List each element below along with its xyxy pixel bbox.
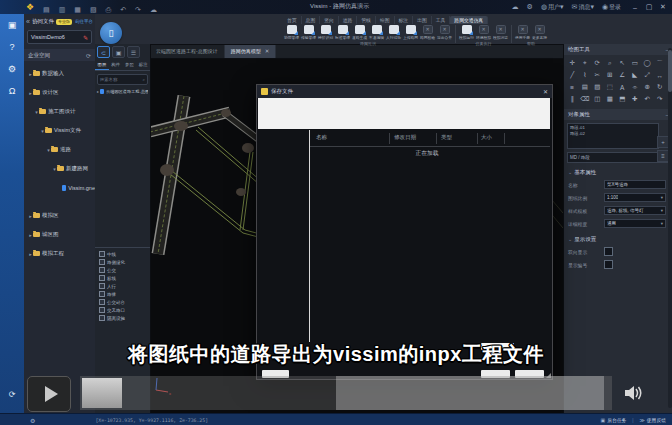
scale-tool-icon[interactable]: ⤢	[641, 69, 654, 81]
ribbon-tab-竖向[interactable]: 竖向	[320, 16, 339, 24]
ribbon-button-标准管理[interactable]: 标准管理	[334, 24, 351, 40]
ribbon-button-协同管理[interactable]: 协同管理	[283, 24, 300, 40]
ribbon-button-环境模拟[interactable]: ✕环境模拟	[475, 24, 492, 40]
save-icon[interactable]: ▦	[74, 6, 81, 13]
titlebar-mail-item[interactable]: ✉消息▾	[572, 3, 595, 12]
document-tab[interactable]: 云端园区道路工程-总图设计	[150, 44, 225, 58]
search-tool-icon[interactable]: ⌕	[604, 57, 617, 69]
help-icon[interactable]: ?	[0, 36, 24, 58]
layers-tab-图层[interactable]: 图层	[95, 60, 109, 70]
ribbon-tab-出图[interactable]: 出图	[413, 16, 432, 24]
block-button[interactable]: ▣	[112, 46, 125, 58]
block-tool-icon[interactable]: ◫	[591, 93, 604, 105]
titlebar-person-item[interactable]: ◉登录	[602, 3, 621, 12]
trim-tool-icon[interactable]: ✂	[591, 69, 604, 81]
section-title-显示设置[interactable]: ⌄显示设置	[568, 236, 672, 243]
ribbon-tab-管线[interactable]: 管线	[357, 16, 376, 24]
select-详细程度[interactable]: 通用▾	[604, 219, 666, 228]
ribbon-tab-道路[interactable]: 道路	[339, 16, 358, 24]
drawing-document-item[interactable]: ▸ 云端园区道路工程-总图设计	[97, 89, 148, 94]
new-file-icon[interactable]: ▤	[43, 6, 50, 13]
rotate-tool-icon[interactable]: ↻	[654, 81, 667, 93]
insert-tool-icon[interactable]: ⊕	[641, 81, 654, 93]
erase-tool-icon[interactable]: ⌫	[579, 93, 592, 105]
region-tool-icon[interactable]: ⬚	[604, 81, 617, 93]
print-icon[interactable]: ⎙	[106, 6, 112, 13]
file-list-column-类型[interactable]: 类型	[441, 134, 452, 141]
ribbon-tab-总图[interactable]: 总图	[302, 16, 321, 24]
maximize-button[interactable]: ▢	[642, 3, 656, 11]
titlebar-gear-item[interactable]: ⚙	[527, 3, 534, 11]
arc-tool-icon[interactable]: ⌒	[654, 57, 667, 69]
layers-tab-标注[interactable]: 标注	[136, 60, 150, 70]
tree-item[interactable]: ▸模拟工程	[24, 244, 95, 263]
redo-tool-icon[interactable]: ↷	[654, 93, 667, 105]
ribbon-tab-active[interactable]: 路网交通仿真	[450, 16, 488, 24]
file-list-column-名称[interactable]: 名称	[316, 134, 327, 141]
file-list-column-大小[interactable]: 大小	[481, 134, 492, 141]
tree-item[interactable]: ▾Vissim文件	[24, 121, 95, 140]
drawing-tools-header[interactable]: 绘图工具 −	[564, 44, 672, 55]
dialog-title-bar[interactable]: 保存文件 ✕	[257, 85, 552, 98]
tree-item[interactable]: ▸模拟区	[24, 206, 95, 225]
layer-item[interactable]: 路侧绿化	[95, 258, 150, 266]
scrollbar-thumb[interactable]	[668, 50, 672, 92]
redo-icon[interactable]: ↷	[135, 6, 141, 13]
layer-item[interactable]: 公交站台	[95, 298, 150, 306]
rect-tool-icon[interactable]: ▭	[629, 57, 642, 69]
open-file-icon[interactable]: ▥	[59, 6, 66, 13]
layers-tool-icon[interactable]: ≡	[566, 81, 579, 93]
settings-icon[interactable]: ⚙	[0, 58, 24, 80]
layer-item[interactable]: 交叉路口	[95, 306, 150, 314]
table-tool-icon[interactable]: ▤	[579, 81, 592, 93]
tree-item[interactable]: ▾施工图设计	[24, 102, 95, 121]
status-item-后台任务[interactable]: 后台任务	[607, 417, 626, 423]
object-list-box[interactable]: 路段-01路段-02	[567, 123, 659, 149]
text-tool-icon[interactable]: A	[616, 81, 629, 93]
layer-item[interactable]: 公交	[95, 266, 150, 274]
ribbon-button-模拟浏览[interactable]: ✕模拟浏览	[492, 24, 509, 40]
undo-tool-icon[interactable]: ↶	[641, 93, 654, 105]
select-样式模板[interactable]: 道路, 标线, 信号灯▾	[604, 206, 666, 215]
orbit-tool-icon[interactable]: ⟳	[591, 57, 604, 69]
layer-item[interactable]: 人行	[95, 282, 150, 290]
ribbon-button-道路生成[interactable]: 道路生成	[351, 24, 368, 40]
dialog-address-bar-area[interactable]	[258, 98, 550, 129]
app-menu-button[interactable]: ▯	[100, 22, 122, 44]
checkbox-显示编号[interactable]	[604, 260, 613, 269]
ribbon-button-使用手册[interactable]: ✕使用手册	[514, 24, 531, 40]
play-button[interactable]	[27, 376, 71, 412]
close-button[interactable]: ✕	[656, 3, 670, 11]
tree-item[interactable]: ▸城区图	[24, 225, 95, 244]
seek-bar[interactable]	[80, 376, 612, 410]
status-item-使用反馈[interactable]: 使用反馈	[647, 417, 666, 423]
align-tool-icon[interactable]: ⌯	[629, 81, 642, 93]
ribbon-button-更多支持[interactable]: ✕更多支持	[531, 24, 548, 40]
gear-icon[interactable]: ⚙	[30, 417, 35, 424]
ribbon-button-传输管理[interactable]: 传输管理	[300, 24, 317, 40]
ribbon-button-导出合并[interactable]: ✕导出合并	[436, 24, 453, 40]
ribbon-button-特征识别[interactable]: 特征识别	[317, 24, 334, 40]
polyline-tool-icon[interactable]: ⌇	[579, 69, 592, 81]
ribbon-button-车道编辑[interactable]: 车道编辑	[368, 24, 385, 40]
ribbon-button-模拟运行[interactable]: 模拟运行	[458, 24, 475, 40]
ribbon-button-路网校验[interactable]: ✕路网校验	[419, 24, 436, 40]
ribbon-tab-首页[interactable]: 首页	[283, 16, 302, 24]
tree-item[interactable]: ▾道路	[24, 140, 95, 159]
save-all-icon[interactable]: ▧	[90, 6, 97, 13]
angle-tool-icon[interactable]: ∠	[616, 69, 629, 81]
checkbox-双向显示[interactable]	[604, 247, 613, 256]
line-tool-icon[interactable]: ╱	[566, 69, 579, 81]
center-tool-icon[interactable]: ⌖	[579, 57, 592, 69]
tree-item[interactable]: Vissim.gne	[24, 178, 95, 197]
grid-tool-icon[interactable]: ⊞	[604, 69, 617, 81]
layer-item[interactable]: 标线	[95, 274, 150, 282]
offset-tool-icon[interactable]: ∥	[566, 93, 579, 105]
object-list-item[interactable]: 路段-02	[570, 131, 656, 137]
cloud-icon[interactable]: ☁	[150, 6, 157, 13]
circle-tool-icon[interactable]: ◯	[641, 57, 654, 69]
titlebar-cloud-item[interactable]: ☁	[512, 3, 520, 11]
tree-item[interactable]: ▾新建路网	[24, 159, 95, 178]
section-title-基本属性[interactable]: ⌄基本属性	[568, 169, 672, 176]
tree-item[interactable]: ▸设计区	[24, 83, 95, 102]
